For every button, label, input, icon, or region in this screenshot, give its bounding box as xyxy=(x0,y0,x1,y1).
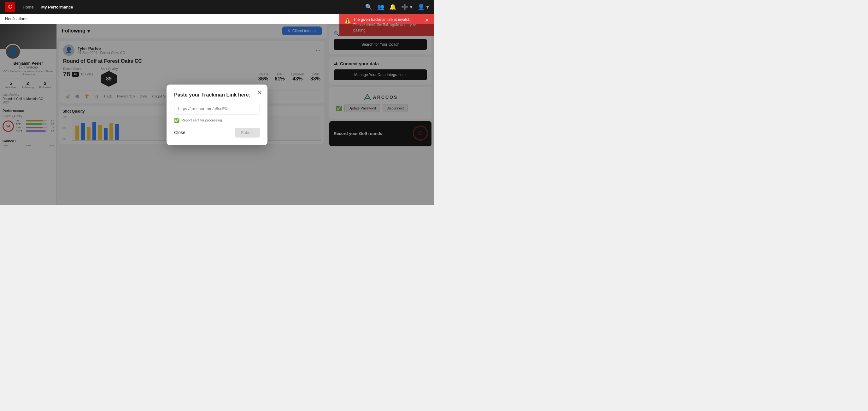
notifications-label: Notifications xyxy=(5,17,27,21)
nav-home[interactable]: Home xyxy=(23,5,34,9)
users-icon[interactable]: 👥 xyxy=(377,3,384,10)
nav-my-performance[interactable]: My Performance xyxy=(41,5,73,9)
search-icon[interactable]: 🔍 xyxy=(365,3,372,10)
modal-overlay[interactable]: Paste your Trackman Link here. ✕ ✅ Repor… xyxy=(0,24,434,205)
modal-close-button[interactable]: Close xyxy=(174,130,185,135)
profile-icon[interactable]: 👤 ▾ xyxy=(417,3,429,10)
bell-icon[interactable]: 🔔 xyxy=(389,3,396,10)
success-icon: ✅ xyxy=(174,118,180,123)
nav-icons: 🔍 👥 🔔 ➕ ▾ 👤 ▾ xyxy=(365,3,429,10)
toast-close-btn[interactable]: ✕ xyxy=(425,17,429,24)
nav-logo: C xyxy=(5,2,15,12)
main-layout: 👤 Benjamin Peeler 1-5 Handicap CC - Meta… xyxy=(0,24,434,205)
modal-title: Paste your Trackman Link here. xyxy=(174,92,260,98)
success-text: Report sent for processing xyxy=(181,118,222,122)
top-nav: C Home My Performance 🔍 👥 🔔 ➕ ▾ 👤 ▾ ⚠️ T… xyxy=(0,0,434,14)
warning-icon: ⚠️ xyxy=(344,17,351,24)
modal-close-x-button[interactable]: ✕ xyxy=(257,89,262,97)
trackman-link-input[interactable] xyxy=(174,103,260,115)
modal-submit-button[interactable]: Submit xyxy=(235,128,260,137)
modal: Paste your Trackman Link here. ✕ ✅ Repor… xyxy=(166,85,268,145)
plus-icon[interactable]: ➕ ▾ xyxy=(401,3,412,10)
modal-actions: Close Submit xyxy=(174,128,260,137)
modal-success-message: ✅ Report sent for processing xyxy=(174,118,260,123)
